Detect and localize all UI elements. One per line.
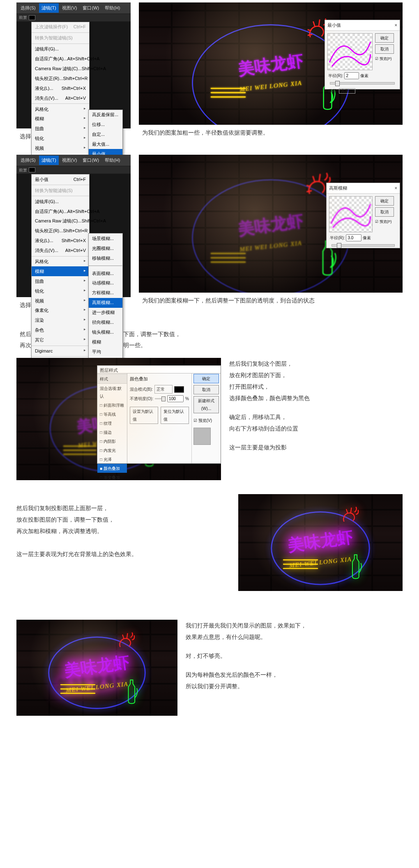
filter-dropdown-2[interactable]: 最小值Ctrl+F 转换为智能滤镜(S) 滤镜库(G)... 自适应广角(A).… <box>31 174 90 367</box>
radius-field[interactable] <box>346 234 361 241</box>
ps-window-filter-other: 选择(S) 滤镜(T) 视图(V) 窗口(W) 帮助(H) 前景 上次滤镜操作(… <box>16 2 131 128</box>
cancel-button[interactable]: 取消 <box>193 385 219 394</box>
dialog-gaussian: 高斯模糊× 确定 取消 ☑ 预览(P) 半径(R): <box>326 183 400 248</box>
menu-window[interactable]: 窗口(W) <box>80 3 101 13</box>
blur-submenu[interactable]: 场景模糊... 光圈模糊... 移轴模糊... 表面模糊... 动感模糊... … <box>88 233 123 376</box>
preview-final: 美味龙虾 美味龙虾 MEI WEI LONG XIA <box>16 620 177 716</box>
radius-field[interactable] <box>344 72 359 79</box>
menu-view[interactable]: 视图(V) <box>60 3 80 13</box>
reset-default-button[interactable]: 复位为默认值 <box>161 407 189 424</box>
close-icon[interactable]: × <box>395 21 397 30</box>
preview-swatch <box>193 428 211 445</box>
side-text-6: 我们打开最先我们关闭显示的图层，效果如下， 效果差点意思，有什么问题呢。 对，灯… <box>186 620 403 699</box>
side-text-4: 然后我们复制这个图层， 放在刚才图层的下面， 打开图层样式， 选择颜色叠加，颜色… <box>229 358 403 460</box>
menubar: 选择(S) 滤镜(T) 视图(V) 窗口(W) 帮助(H) <box>16 2 131 14</box>
radius-slider[interactable] <box>330 82 395 85</box>
close-icon[interactable]: × <box>395 184 397 192</box>
preview-gaussian: 美味龙虾 MEI WEI LONG XIA 高斯模糊× 确定 取消 <box>139 155 403 293</box>
preview-minimum: 美味龙虾 MEI WEI LONG XIA 最小值× 确定 取消 <box>139 2 403 125</box>
side-text-5: 然后我们复制投影图层上面那一层， 放在投影图层的下面，调整一下数值， 再次加粗和… <box>16 494 230 560</box>
dialog-minimum: 最小值× 确定 取消 ☑ 预览(P) 半径(R): <box>325 20 400 89</box>
cancel-button[interactable]: 取消 <box>375 207 394 217</box>
ok-button[interactable]: 确定 <box>375 33 394 43</box>
neon-title: 美味龙虾 <box>236 46 306 85</box>
radius-slider[interactable] <box>332 244 395 247</box>
ps-window-filter-blur: 选择(S) 滤镜(T) 视图(V) 窗口(W) 帮助(H) 前景 最小值Ctrl… <box>16 155 131 297</box>
make-default-button[interactable]: 设置为默认值 <box>130 407 158 424</box>
dialog-layer-style: 图层样式 样式 混合选项:默认 □ 斜面和浮雕 □ 等高线 □ 纹理 □ 描边 … <box>97 365 221 464</box>
foreground-label: 前景 <box>19 14 27 21</box>
other-submenu[interactable]: 高反差保留... 位移... 自定... 最大值... 最小值... <box>88 110 123 159</box>
new-style-button[interactable]: 新建样式(W)... <box>193 396 219 413</box>
menu-select[interactable]: 选择(S) <box>18 3 38 13</box>
preview-layerstyle: 美味龙虾 MEI WEI LONG XIA 图层样式 样式 混合选项:默认 □ … <box>16 358 221 480</box>
menu-help[interactable]: 帮助(H) <box>102 3 122 13</box>
preview-tint: 美味龙虾 MEI WEI LONG XIA <box>238 494 403 591</box>
color-swatch[interactable] <box>174 386 184 393</box>
caption-step1-right: 为我们的图案加粗一些，半径数值依据需要调整。 <box>142 127 403 138</box>
neon-sub: MEI WEI LONG XIA <box>239 77 303 96</box>
menu-filter[interactable]: 滤镜(T) <box>39 3 59 13</box>
ok-button[interactable]: 确定 <box>375 196 394 206</box>
option-bar: 前景 <box>16 14 131 22</box>
ok-button[interactable]: 确定 <box>193 374 219 383</box>
cancel-button[interactable]: 取消 <box>375 44 394 54</box>
caption-step2-right: 为我们的图案模糊一下，然后调整一下图层的透明度，到合适的状态 <box>142 295 403 306</box>
